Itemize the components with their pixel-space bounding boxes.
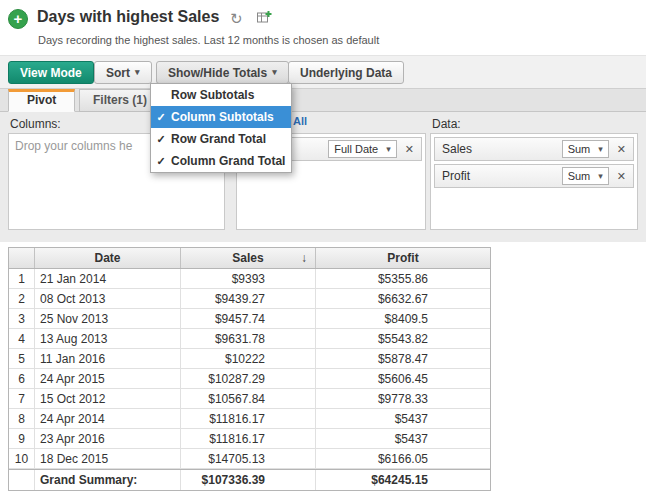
table-header-row: Date Sales ↓ Profit: [9, 248, 490, 269]
sales-cell: $9631.78: [181, 329, 316, 348]
profit-cell: $5437: [316, 409, 490, 428]
profit-cell: $5606.45: [316, 369, 490, 388]
pivot-designer-panel: Columns: Data: All Drop your columns he …: [0, 112, 646, 242]
columns-label: Columns:: [10, 117, 61, 131]
grand-summary-sales: $107336.39: [181, 470, 316, 490]
sort-descending-icon[interactable]: ↓: [301, 251, 307, 265]
profit-cell: $5878.47: [316, 349, 490, 368]
row-number-cell: 10: [9, 449, 35, 468]
check-icon: ✓: [151, 133, 171, 146]
sort-label: Sort: [106, 66, 130, 80]
profit-cell: $9778.33: [316, 389, 490, 408]
sales-cell: $11816.17: [181, 409, 316, 428]
row-number-cell: 7: [9, 389, 35, 408]
sales-cell: $11816.17: [181, 429, 316, 448]
data-drop-zone[interactable]: Sales Sum ▾ ✕ Profit Sum ▾ ✕: [430, 133, 638, 230]
add-button[interactable]: +: [8, 9, 28, 29]
underlying-data-button[interactable]: Underlying Data: [288, 61, 404, 84]
aggregate-value: Sum: [568, 170, 591, 182]
menu-item-column-grand-total[interactable]: ✓ Column Grand Total: [151, 150, 291, 172]
sales-column-header[interactable]: Sales ↓: [181, 248, 316, 268]
date-cell: 11 Jan 2016: [35, 349, 181, 368]
table-row: 10 18 Dec 2015 $14705.13 $6166.05: [9, 449, 490, 469]
chevron-down-icon: ▾: [135, 68, 140, 77]
sales-cell: $10222: [181, 349, 316, 368]
check-icon: ✓: [151, 155, 171, 168]
header-label: Profit: [387, 251, 418, 265]
row-number-cell: 5: [9, 349, 35, 368]
profit-cell: $6166.05: [316, 449, 490, 468]
close-icon[interactable]: ✕: [402, 143, 417, 156]
show-hide-totals-button[interactable]: Show/Hide Totals ▾: [156, 61, 289, 84]
data-field-sales-pill[interactable]: Sales Sum ▾ ✕: [434, 137, 634, 161]
row-number-cell: 9: [9, 429, 35, 448]
table-row: 6 24 Apr 2015 $10287.29 $5606.45: [9, 369, 490, 389]
table-row: 4 13 Aug 2013 $9631.78 $5543.82: [9, 329, 490, 349]
date-cell: 21 Jan 2014: [35, 269, 181, 288]
sales-cell: $10287.29: [181, 369, 316, 388]
data-field-profit-pill[interactable]: Profit Sum ▾ ✕: [434, 164, 634, 188]
row-number-cell: 1: [9, 269, 35, 288]
table-row: 9 23 Apr 2016 $11816.17 $5437: [9, 429, 490, 449]
check-icon: ✓: [151, 111, 171, 124]
date-cell: 24 Apr 2015: [35, 369, 181, 388]
date-granularity-select[interactable]: Full Date ▾: [328, 140, 397, 158]
field-name: Profit: [439, 169, 470, 183]
sales-cell: $9457.74: [181, 309, 316, 328]
plus-icon: +: [14, 10, 23, 27]
aggregate-select-sales[interactable]: Sum ▾: [562, 140, 609, 158]
row-number-cell: 3: [9, 309, 35, 328]
menu-item-row-grand-total[interactable]: ✓ Row Grand Total: [151, 128, 291, 150]
table-row: 3 25 Nov 2013 $9457.74 $8409.5: [9, 309, 490, 329]
show-hide-totals-label: Show/Hide Totals: [168, 66, 267, 80]
aggregate-value: Sum: [568, 143, 591, 155]
toolbar: View Mode Sort ▾ Show/Hide Totals ▾ Unde…: [0, 55, 646, 89]
view-mode-button[interactable]: View Mode: [8, 61, 94, 84]
obscured-text-fragment: All: [293, 115, 307, 127]
chevron-down-icon: ▾: [598, 145, 603, 154]
profit-column-header[interactable]: Profit: [316, 248, 490, 268]
totals-dropdown-menu: Row Subtotals ✓ Column Subtotals ✓ Row G…: [150, 83, 292, 173]
tab-bar: Pivot Filters (1): [0, 89, 646, 112]
date-cell: 25 Nov 2013: [35, 309, 181, 328]
view-mode-label: View Mode: [20, 66, 82, 80]
close-icon[interactable]: ✕: [614, 143, 629, 156]
row-number-header: [9, 248, 35, 268]
field-name: Sales: [439, 142, 472, 156]
chevron-down-icon: ▾: [598, 172, 603, 181]
header-label: Date: [94, 251, 120, 265]
data-label: Data:: [432, 117, 461, 131]
table-row: 5 11 Jan 2016 $10222 $5878.47: [9, 349, 490, 369]
underlying-data-label: Underlying Data: [300, 66, 392, 80]
sales-cell: $10567.84: [181, 389, 316, 408]
row-number-cell: 6: [9, 369, 35, 388]
tab-filters[interactable]: Filters (1): [79, 89, 161, 112]
date-cell: 15 Oct 2012: [35, 389, 181, 408]
refresh-icon[interactable]: ↻: [230, 10, 243, 28]
grand-summary-row: Grand Summary: $107336.39 $64245.15: [9, 469, 490, 490]
table-row: 8 24 Apr 2014 $11816.17 $5437: [9, 409, 490, 429]
menu-item-column-subtotals[interactable]: ✓ Column Subtotals: [151, 106, 291, 128]
sort-button[interactable]: Sort ▾: [94, 61, 152, 84]
grand-summary-profit: $64245.15: [316, 470, 490, 490]
tab-pivot[interactable]: Pivot: [8, 89, 75, 112]
date-column-header[interactable]: Date: [35, 248, 181, 268]
sales-cell: $9393: [181, 269, 316, 288]
table-row: 1 21 Jan 2014 $9393 $5355.86: [9, 269, 490, 289]
granularity-value: Full Date: [334, 143, 378, 155]
report-description: Days recording the highest sales. Last 1…: [38, 34, 379, 46]
row-number-cell: 8: [9, 409, 35, 428]
date-cell: 18 Dec 2015: [35, 449, 181, 468]
page-title: Days with highest Sales: [37, 8, 219, 26]
chevron-down-icon: ▾: [386, 145, 391, 154]
sales-cell: $9439.27: [181, 289, 316, 308]
table-add-icon[interactable]: [256, 10, 272, 30]
close-icon[interactable]: ✕: [614, 170, 629, 183]
header-label: Sales: [232, 251, 263, 265]
pivot-table: Date Sales ↓ Profit 1 21 Jan 2014 $9393 …: [8, 247, 491, 491]
menu-item-label: Column Grand Total: [171, 154, 285, 168]
sales-cell: $14705.13: [181, 449, 316, 468]
aggregate-select-profit[interactable]: Sum ▾: [562, 167, 609, 185]
menu-item-row-subtotals[interactable]: Row Subtotals: [151, 84, 291, 106]
profit-cell: $5355.86: [316, 269, 490, 288]
